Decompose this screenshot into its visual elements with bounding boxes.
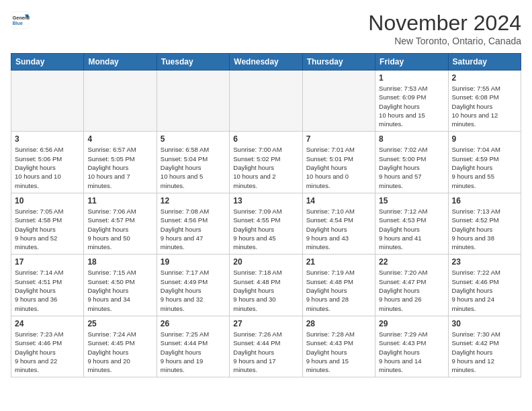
calendar-day-cell: 11Sunrise: 7:06 AMSunset: 4:57 PMDayligh… [84,193,157,254]
weekday-header: Saturday [448,54,521,71]
day-info: Sunrise: 7:05 AMSunset: 4:58 PMDaylight … [15,207,80,251]
day-number: 29 [379,319,444,328]
calendar-week-row: 17Sunrise: 7:14 AMSunset: 4:51 PMDayligh… [11,255,521,316]
day-number: 8 [379,134,444,144]
day-number: 17 [15,257,80,267]
day-info: Sunrise: 7:29 AMSunset: 4:43 PMDaylight … [379,330,444,374]
day-number: 2 [452,73,517,83]
location: New Toronto, Ontario, Canada [368,36,521,46]
page-header: General Blue November 2024 New Toronto, … [11,11,521,46]
day-number: 5 [161,134,226,144]
day-info: Sunrise: 7:20 AMSunset: 4:47 PMDaylight … [379,268,444,312]
calendar-day-cell [157,71,229,132]
day-number: 15 [379,196,444,205]
calendar-day-cell: 19Sunrise: 7:17 AMSunset: 4:49 PMDayligh… [157,255,229,316]
day-info: Sunrise: 7:17 AMSunset: 4:49 PMDaylight … [161,268,226,312]
day-number: 28 [306,319,371,328]
logo: General Blue [11,11,30,30]
calendar-day-cell [84,71,157,132]
calendar-day-cell: 7Sunrise: 7:01 AMSunset: 5:01 PMDaylight… [302,132,375,193]
calendar-day-cell [302,71,375,132]
day-info: Sunrise: 7:14 AMSunset: 4:51 PMDaylight … [15,268,80,312]
day-info: Sunrise: 7:26 AMSunset: 4:44 PMDaylight … [233,330,298,374]
day-info: Sunrise: 7:12 AMSunset: 4:53 PMDaylight … [379,207,444,251]
day-info: Sunrise: 7:22 AMSunset: 4:46 PMDaylight … [452,268,517,312]
calendar-day-cell: 2Sunrise: 7:55 AMSunset: 6:08 PMDaylight… [448,71,521,132]
calendar-header-row: SundayMondayTuesdayWednesdayThursdayFrid… [11,54,521,71]
calendar-day-cell: 5Sunrise: 6:58 AMSunset: 5:04 PMDaylight… [157,132,229,193]
day-number: 25 [87,319,152,328]
day-info: Sunrise: 7:01 AMSunset: 5:01 PMDaylight … [306,145,371,189]
day-number: 21 [306,257,371,267]
calendar-day-cell: 12Sunrise: 7:08 AMSunset: 4:56 PMDayligh… [157,193,229,254]
day-number: 1 [379,73,444,83]
day-info: Sunrise: 7:08 AMSunset: 4:56 PMDaylight … [161,207,226,251]
day-info: Sunrise: 7:06 AMSunset: 4:57 PMDaylight … [87,207,152,251]
calendar-day-cell: 15Sunrise: 7:12 AMSunset: 4:53 PMDayligh… [375,193,448,254]
calendar-day-cell: 27Sunrise: 7:26 AMSunset: 4:44 PMDayligh… [230,316,302,377]
calendar-week-row: 24Sunrise: 7:23 AMSunset: 4:46 PMDayligh… [11,316,521,377]
calendar-week-row: 3Sunrise: 6:56 AMSunset: 5:06 PMDaylight… [11,132,521,193]
day-number: 24 [15,319,80,328]
calendar-day-cell: 29Sunrise: 7:29 AMSunset: 4:43 PMDayligh… [375,316,448,377]
day-info: Sunrise: 6:57 AMSunset: 5:05 PMDaylight … [87,145,152,189]
day-number: 27 [233,319,298,328]
day-info: Sunrise: 7:09 AMSunset: 4:55 PMDaylight … [233,207,298,251]
day-info: Sunrise: 7:00 AMSunset: 5:02 PMDaylight … [233,145,298,189]
calendar-day-cell: 26Sunrise: 7:25 AMSunset: 4:44 PMDayligh… [157,316,229,377]
calendar-day-cell [230,71,302,132]
calendar-day-cell: 13Sunrise: 7:09 AMSunset: 4:55 PMDayligh… [230,193,302,254]
day-info: Sunrise: 7:18 AMSunset: 4:48 PMDaylight … [233,268,298,312]
weekday-header: Thursday [302,54,375,71]
calendar-day-cell: 18Sunrise: 7:15 AMSunset: 4:50 PMDayligh… [84,255,157,316]
day-info: Sunrise: 7:04 AMSunset: 4:59 PMDaylight … [452,145,517,189]
day-number: 19 [161,257,226,267]
day-number: 4 [87,134,152,144]
calendar-day-cell: 3Sunrise: 6:56 AMSunset: 5:06 PMDaylight… [11,132,84,193]
day-info: Sunrise: 7:02 AMSunset: 5:00 PMDaylight … [379,145,444,189]
calendar-day-cell: 4Sunrise: 6:57 AMSunset: 5:05 PMDaylight… [84,132,157,193]
calendar-day-cell: 10Sunrise: 7:05 AMSunset: 4:58 PMDayligh… [11,193,84,254]
calendar-day-cell: 1Sunrise: 7:53 AMSunset: 6:09 PMDaylight… [375,71,448,132]
weekday-header: Monday [84,54,157,71]
day-number: 6 [233,134,298,144]
logo-icon: General Blue [11,11,30,30]
day-info: Sunrise: 7:15 AMSunset: 4:50 PMDaylight … [87,268,152,312]
day-number: 16 [452,196,517,205]
calendar-week-row: 10Sunrise: 7:05 AMSunset: 4:58 PMDayligh… [11,193,521,254]
weekday-header: Tuesday [157,54,229,71]
day-info: Sunrise: 7:55 AMSunset: 6:08 PMDaylight … [452,84,517,128]
day-info: Sunrise: 7:19 AMSunset: 4:48 PMDaylight … [306,268,371,312]
weekday-header: Sunday [11,54,84,71]
day-number: 20 [233,257,298,267]
calendar-day-cell: 25Sunrise: 7:24 AMSunset: 4:45 PMDayligh… [84,316,157,377]
day-number: 14 [306,196,371,205]
day-number: 26 [161,319,226,328]
weekday-header: Friday [375,54,448,71]
month-title: November 2024 [368,11,521,36]
calendar-day-cell: 21Sunrise: 7:19 AMSunset: 4:48 PMDayligh… [302,255,375,316]
calendar-week-row: 1Sunrise: 7:53 AMSunset: 6:09 PMDaylight… [11,71,521,132]
day-number: 23 [452,257,517,267]
day-number: 12 [161,196,226,205]
day-number: 3 [15,134,80,144]
day-number: 7 [306,134,371,144]
weekday-header: Wednesday [230,54,302,71]
day-info: Sunrise: 7:28 AMSunset: 4:43 PMDaylight … [306,330,371,374]
calendar-day-cell [11,71,84,132]
day-number: 22 [379,257,444,267]
day-number: 9 [452,134,517,144]
day-number: 10 [15,196,80,205]
title-block: November 2024 New Toronto, Ontario, Cana… [368,11,521,46]
calendar-day-cell: 16Sunrise: 7:13 AMSunset: 4:52 PMDayligh… [448,193,521,254]
day-number: 11 [87,196,152,205]
calendar-day-cell: 20Sunrise: 7:18 AMSunset: 4:48 PMDayligh… [230,255,302,316]
day-info: Sunrise: 6:58 AMSunset: 5:04 PMDaylight … [161,145,226,189]
day-number: 18 [87,257,152,267]
calendar-day-cell: 8Sunrise: 7:02 AMSunset: 5:00 PMDaylight… [375,132,448,193]
calendar-day-cell: 14Sunrise: 7:10 AMSunset: 4:54 PMDayligh… [302,193,375,254]
day-info: Sunrise: 7:25 AMSunset: 4:44 PMDaylight … [161,330,226,374]
calendar-day-cell: 23Sunrise: 7:22 AMSunset: 4:46 PMDayligh… [448,255,521,316]
day-info: Sunrise: 7:10 AMSunset: 4:54 PMDaylight … [306,207,371,251]
day-number: 13 [233,196,298,205]
